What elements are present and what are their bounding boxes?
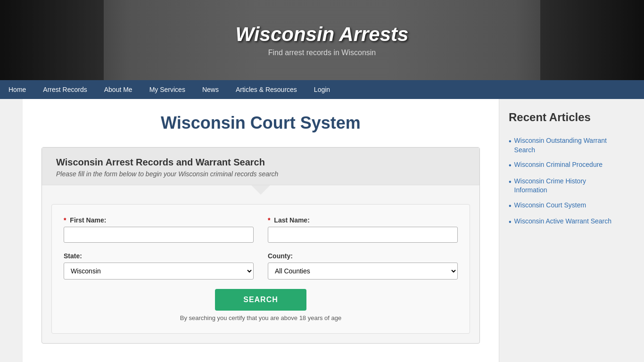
county-label: County:	[268, 252, 458, 260]
sidebar: Recent Articles Wisconsin Outstanding Wa…	[499, 99, 621, 362]
state-group: State: Wisconsin	[64, 252, 254, 280]
article-item-0: Wisconsin Outstanding Warrant Search	[509, 133, 612, 157]
site-title: Wisconsin Arrests	[236, 23, 409, 46]
main-nav: Home Arrest Records About Me My Services…	[0, 80, 644, 99]
search-box-header: Wisconsin Arrest Records and Warrant Sea…	[42, 148, 479, 185]
article-item-4: Wisconsin Active Warrant Search	[509, 214, 612, 230]
page-body: Wisconsin Court System Wisconsin Arrest …	[23, 99, 621, 362]
nav-articles[interactable]: Articles & Resources	[227, 80, 305, 99]
search-button[interactable]: SEARCH	[215, 289, 306, 311]
search-heading: Wisconsin Arrest Records and Warrant Sea…	[56, 157, 465, 168]
article-item-2: Wisconsin Crime History Information	[509, 174, 612, 198]
first-name-group: * First Name:	[64, 216, 254, 243]
last-name-input[interactable]	[268, 227, 458, 243]
county-select[interactable]: All Counties	[268, 263, 458, 280]
article-link-1[interactable]: Wisconsin Criminal Procedure	[514, 160, 603, 170]
search-form: * First Name: * Last Name:	[51, 204, 470, 334]
nav-about-me[interactable]: About Me	[96, 80, 141, 99]
name-row: * First Name: * Last Name:	[64, 216, 458, 243]
nav-login[interactable]: Login	[305, 80, 339, 99]
hands-left-decoration	[0, 0, 104, 80]
site-header: Wisconsin Arrests Find arrest records in…	[0, 0, 644, 80]
article-item-1: Wisconsin Criminal Procedure	[509, 157, 612, 173]
article-link-3[interactable]: Wisconsin Court System	[514, 201, 586, 210]
article-link-2[interactable]: Wisconsin Crime History Information	[514, 177, 612, 195]
nav-services[interactable]: My Services	[141, 80, 194, 99]
recent-articles-list: Wisconsin Outstanding Warrant Search Wis…	[509, 133, 612, 230]
page-title: Wisconsin Court System	[41, 113, 480, 133]
first-name-required: *	[64, 216, 66, 224]
article-link-4[interactable]: Wisconsin Active Warrant Search	[514, 217, 611, 226]
first-name-input[interactable]	[64, 227, 254, 243]
state-select[interactable]: Wisconsin	[64, 263, 254, 280]
county-group: County: All Counties	[268, 252, 458, 280]
state-label: State:	[64, 252, 254, 260]
first-name-label: * First Name:	[64, 216, 254, 224]
nav-arrest-records[interactable]: Arrest Records	[34, 80, 95, 99]
main-content: Wisconsin Court System Wisconsin Arrest …	[23, 99, 499, 362]
triangle-pointer	[251, 185, 270, 195]
nav-home[interactable]: Home	[0, 80, 34, 99]
hands-right-decoration	[540, 0, 644, 80]
header-content: Wisconsin Arrests Find arrest records in…	[236, 23, 409, 57]
location-row: State: Wisconsin County: All Counties	[64, 252, 458, 280]
search-box-container: Wisconsin Arrest Records and Warrant Sea…	[41, 147, 480, 344]
search-subheading: Please fill in the form below to begin y…	[56, 170, 465, 178]
article-item-3: Wisconsin Court System	[509, 198, 612, 214]
site-subtitle: Find arrest records in Wisconsin	[236, 49, 409, 57]
last-name-label: * Last Name:	[268, 216, 458, 224]
last-name-group: * Last Name:	[268, 216, 458, 243]
search-disclaimer: By searching you certify that you are ab…	[64, 314, 458, 321]
last-name-required: *	[268, 216, 270, 224]
article-link-0[interactable]: Wisconsin Outstanding Warrant Search	[514, 136, 612, 155]
nav-news[interactable]: News	[194, 80, 227, 99]
sidebar-title: Recent Articles	[509, 111, 612, 124]
